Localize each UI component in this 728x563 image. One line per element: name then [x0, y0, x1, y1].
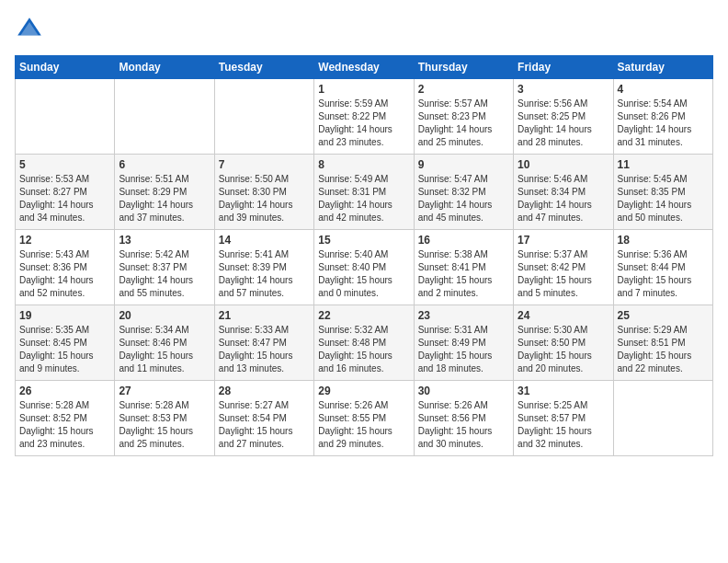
calendar-cell: 6Sunrise: 5:51 AMSunset: 8:29 PMDaylight…: [115, 155, 214, 230]
calendar-cell: 29Sunrise: 5:26 AMSunset: 8:55 PMDayligh…: [314, 381, 414, 456]
calendar-cell: 7Sunrise: 5:50 AMSunset: 8:30 PMDaylight…: [214, 155, 313, 230]
calendar-cell: 2Sunrise: 5:57 AMSunset: 8:23 PMDaylight…: [414, 79, 513, 155]
cell-content: Sunrise: 5:27 AMSunset: 8:54 PMDaylight:…: [219, 399, 310, 451]
calendar-cell: 19Sunrise: 5:35 AMSunset: 8:45 PMDayligh…: [16, 305, 115, 381]
calendar-cell: 16Sunrise: 5:38 AMSunset: 8:41 PMDayligh…: [414, 230, 513, 305]
week-row-1: 5Sunrise: 5:53 AMSunset: 8:27 PMDaylight…: [16, 155, 713, 230]
calendar-cell: 14Sunrise: 5:41 AMSunset: 8:39 PMDayligh…: [214, 230, 313, 305]
day-number: 25: [618, 309, 709, 322]
day-number: 19: [19, 309, 110, 322]
day-number: 14: [219, 234, 310, 247]
day-number: 21: [219, 309, 310, 322]
calendar-cell: 1Sunrise: 5:59 AMSunset: 8:22 PMDaylight…: [314, 79, 414, 155]
cell-content: Sunrise: 5:32 AMSunset: 8:48 PMDaylight:…: [318, 324, 409, 375]
cell-content: Sunrise: 5:51 AMSunset: 8:29 PMDaylight:…: [119, 173, 210, 224]
day-number: 12: [19, 234, 110, 247]
cell-content: Sunrise: 5:26 AMSunset: 8:55 PMDaylight:…: [318, 399, 409, 451]
col-header-thursday: Thursday: [414, 56, 513, 79]
day-header-row: SundayMondayTuesdayWednesdayThursdayFrid…: [16, 56, 713, 79]
day-number: 27: [119, 385, 210, 397]
cell-content: Sunrise: 5:50 AMSunset: 8:30 PMDaylight:…: [219, 173, 310, 224]
logo: [15, 15, 48, 44]
day-number: 23: [418, 309, 509, 322]
cell-content: Sunrise: 5:36 AMSunset: 8:44 PMDaylight:…: [618, 248, 709, 300]
cell-content: Sunrise: 5:34 AMSunset: 8:46 PMDaylight:…: [119, 324, 210, 375]
calendar-cell: 25Sunrise: 5:29 AMSunset: 8:51 PMDayligh…: [613, 305, 712, 381]
calendar-cell: 11Sunrise: 5:45 AMSunset: 8:35 PMDayligh…: [613, 155, 712, 230]
week-row-3: 19Sunrise: 5:35 AMSunset: 8:45 PMDayligh…: [16, 305, 713, 381]
calendar-cell: 9Sunrise: 5:47 AMSunset: 8:32 PMDaylight…: [414, 155, 513, 230]
calendar-cell: 21Sunrise: 5:33 AMSunset: 8:47 PMDayligh…: [214, 305, 313, 381]
calendar-cell: [16, 79, 115, 155]
cell-content: Sunrise: 5:31 AMSunset: 8:49 PMDaylight:…: [418, 324, 509, 375]
day-number: 8: [318, 158, 409, 171]
cell-content: Sunrise: 5:41 AMSunset: 8:39 PMDaylight:…: [219, 248, 310, 300]
cell-content: Sunrise: 5:43 AMSunset: 8:36 PMDaylight:…: [19, 248, 110, 300]
calendar-cell: 10Sunrise: 5:46 AMSunset: 8:34 PMDayligh…: [514, 155, 613, 230]
cell-content: Sunrise: 5:38 AMSunset: 8:41 PMDaylight:…: [418, 248, 509, 300]
cell-content: Sunrise: 5:35 AMSunset: 8:45 PMDaylight:…: [19, 324, 110, 375]
cell-content: Sunrise: 5:28 AMSunset: 8:53 PMDaylight:…: [119, 399, 210, 451]
day-number: 10: [518, 158, 609, 171]
day-number: 28: [219, 385, 310, 397]
day-number: 22: [318, 309, 409, 322]
day-number: 18: [618, 234, 709, 247]
calendar-cell: 23Sunrise: 5:31 AMSunset: 8:49 PMDayligh…: [414, 305, 513, 381]
col-header-tuesday: Tuesday: [214, 56, 313, 79]
cell-content: Sunrise: 5:29 AMSunset: 8:51 PMDaylight:…: [618, 324, 709, 375]
cell-content: Sunrise: 5:33 AMSunset: 8:47 PMDaylight:…: [219, 324, 310, 375]
calendar-cell: 15Sunrise: 5:40 AMSunset: 8:40 PMDayligh…: [314, 230, 414, 305]
cell-content: Sunrise: 5:42 AMSunset: 8:37 PMDaylight:…: [119, 248, 210, 300]
calendar-cell: [613, 381, 712, 456]
day-number: 9: [418, 158, 509, 171]
calendar-cell: 22Sunrise: 5:32 AMSunset: 8:48 PMDayligh…: [314, 305, 414, 381]
cell-content: Sunrise: 5:49 AMSunset: 8:31 PMDaylight:…: [318, 173, 409, 224]
calendar-cell: 13Sunrise: 5:42 AMSunset: 8:37 PMDayligh…: [115, 230, 214, 305]
day-number: 30: [418, 385, 509, 397]
day-number: 31: [518, 385, 609, 397]
calendar-cell: 4Sunrise: 5:54 AMSunset: 8:26 PMDaylight…: [613, 79, 712, 155]
cell-content: Sunrise: 5:56 AMSunset: 8:25 PMDaylight:…: [518, 98, 609, 149]
col-header-sunday: Sunday: [16, 56, 115, 79]
calendar-cell: 28Sunrise: 5:27 AMSunset: 8:54 PMDayligh…: [214, 381, 313, 456]
cell-content: Sunrise: 5:25 AMSunset: 8:57 PMDaylight:…: [518, 399, 609, 451]
calendar-cell: [214, 79, 313, 155]
day-number: 26: [19, 385, 110, 397]
calendar-cell: 26Sunrise: 5:28 AMSunset: 8:52 PMDayligh…: [16, 381, 115, 456]
week-row-0: 1Sunrise: 5:59 AMSunset: 8:22 PMDaylight…: [16, 79, 713, 155]
cell-content: Sunrise: 5:40 AMSunset: 8:40 PMDaylight:…: [318, 248, 409, 300]
col-header-monday: Monday: [115, 56, 214, 79]
day-number: 17: [518, 234, 609, 247]
cell-content: Sunrise: 5:30 AMSunset: 8:50 PMDaylight:…: [518, 324, 609, 375]
cell-content: Sunrise: 5:53 AMSunset: 8:27 PMDaylight:…: [19, 173, 110, 224]
calendar-cell: 3Sunrise: 5:56 AMSunset: 8:25 PMDaylight…: [514, 79, 613, 155]
day-number: 1: [318, 83, 409, 96]
page-header: [15, 15, 713, 44]
day-number: 3: [518, 83, 609, 96]
calendar-cell: [115, 79, 214, 155]
day-number: 4: [618, 83, 709, 96]
day-number: 5: [19, 158, 110, 171]
cell-content: Sunrise: 5:37 AMSunset: 8:42 PMDaylight:…: [518, 248, 609, 300]
col-header-friday: Friday: [514, 56, 613, 79]
day-number: 6: [119, 158, 210, 171]
calendar-cell: 27Sunrise: 5:28 AMSunset: 8:53 PMDayligh…: [115, 381, 214, 456]
week-row-4: 26Sunrise: 5:28 AMSunset: 8:52 PMDayligh…: [16, 381, 713, 456]
calendar-cell: 17Sunrise: 5:37 AMSunset: 8:42 PMDayligh…: [514, 230, 613, 305]
week-row-2: 12Sunrise: 5:43 AMSunset: 8:36 PMDayligh…: [16, 230, 713, 305]
calendar-cell: 30Sunrise: 5:26 AMSunset: 8:56 PMDayligh…: [414, 381, 513, 456]
day-number: 24: [518, 309, 609, 322]
cell-content: Sunrise: 5:28 AMSunset: 8:52 PMDaylight:…: [19, 399, 110, 451]
calendar-cell: 31Sunrise: 5:25 AMSunset: 8:57 PMDayligh…: [514, 381, 613, 456]
calendar-cell: 20Sunrise: 5:34 AMSunset: 8:46 PMDayligh…: [115, 305, 214, 381]
col-header-wednesday: Wednesday: [314, 56, 414, 79]
day-number: 20: [119, 309, 210, 322]
day-number: 13: [119, 234, 210, 247]
cell-content: Sunrise: 5:26 AMSunset: 8:56 PMDaylight:…: [418, 399, 509, 451]
cell-content: Sunrise: 5:59 AMSunset: 8:22 PMDaylight:…: [318, 98, 409, 149]
col-header-saturday: Saturday: [613, 56, 712, 79]
calendar-cell: 5Sunrise: 5:53 AMSunset: 8:27 PMDaylight…: [16, 155, 115, 230]
day-number: 7: [219, 158, 310, 171]
calendar-cell: 12Sunrise: 5:43 AMSunset: 8:36 PMDayligh…: [16, 230, 115, 305]
day-number: 16: [418, 234, 509, 247]
